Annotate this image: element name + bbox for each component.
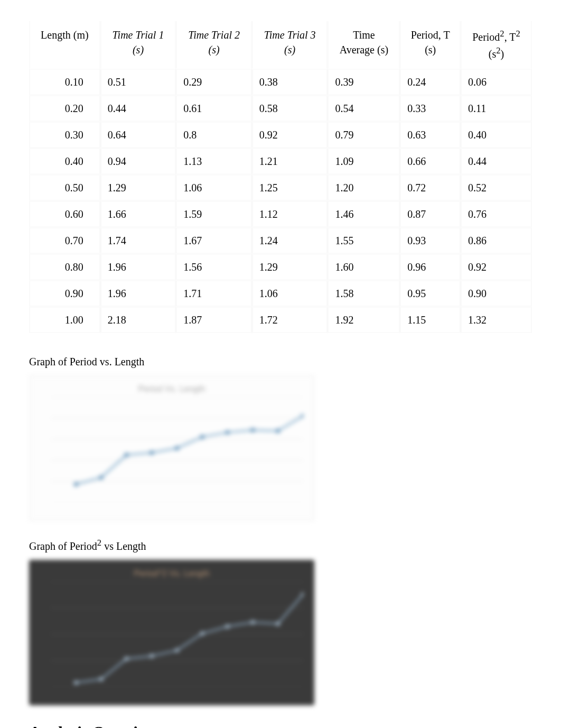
header-trial3: Time Trial 3 (s) (252, 21, 328, 69)
svg-point-24 (149, 654, 154, 658)
svg-point-29 (276, 622, 280, 626)
table-cell: 0.92 (461, 254, 532, 280)
table-body: 0.100.510.290.380.390.240.060.200.440.61… (29, 69, 532, 333)
table-cell: 0.94 (100, 148, 176, 174)
svg-point-21 (74, 680, 78, 685)
header-trial1-label: Time Trial 1 (113, 29, 164, 41)
table-cell: 1.67 (176, 227, 252, 254)
table-cell: 0.95 (400, 280, 461, 307)
table-cell: 1.59 (176, 201, 252, 227)
header-trial2-label: Time Trial 2 (188, 29, 240, 41)
table-cell: 1.06 (252, 280, 328, 307)
table-cell: 1.21 (252, 148, 328, 174)
table-cell: 0.29 (176, 69, 252, 95)
table-row: 0.100.510.290.380.390.240.06 (29, 69, 532, 95)
header-avg: Time Average (s) (328, 21, 400, 69)
table-cell: 0.86 (461, 227, 532, 254)
table-cell: 1.92 (328, 307, 400, 333)
header-trial3-label: Time Trial 3 (264, 29, 316, 41)
table-header: Length (m) Time Trial 1 (s) Time Trial 2… (29, 21, 532, 69)
table-cell: 0.33 (400, 95, 461, 122)
graph2-label-prefix: Graph of Period (29, 540, 97, 552)
header-length-label: Length (m) (41, 29, 89, 41)
table-cell: 0.50 (29, 174, 100, 201)
table-cell: 1.25 (252, 174, 328, 201)
table-cell: 1.29 (100, 174, 176, 201)
table-cell: 0.60 (29, 201, 100, 227)
svg-point-7 (99, 476, 104, 480)
table-row: 1.002.181.871.721.921.151.32 (29, 307, 532, 333)
svg-point-8 (124, 453, 128, 457)
table-cell: 0.76 (461, 201, 532, 227)
table-cell: 1.60 (328, 254, 400, 280)
header-period2-unit: (s2) (466, 44, 527, 61)
table-cell: 1.46 (328, 201, 400, 227)
svg-point-22 (99, 677, 104, 681)
graph1-blur-title: Period Vs. Length (30, 383, 314, 395)
table-cell: 1.96 (100, 254, 176, 280)
table-cell: 0.30 (29, 122, 100, 148)
table-cell: 1.24 (252, 227, 328, 254)
table-cell: 0.40 (29, 148, 100, 174)
table-cell: 1.09 (328, 148, 400, 174)
header-trial2: Time Trial 2 (s) (176, 21, 252, 69)
svg-point-26 (200, 631, 204, 635)
table-cell: 1.87 (176, 307, 252, 333)
header-trial1: Time Trial 1 (s) (100, 21, 176, 69)
header-period: Period, T (s) (400, 21, 461, 69)
table-row: 0.801.961.561.291.600.960.92 (29, 254, 532, 280)
table-cell: 0.54 (328, 95, 400, 122)
table-cell: 0.11 (461, 95, 532, 122)
table-cell: 1.06 (176, 174, 252, 201)
table-cell: 0.79 (328, 122, 400, 148)
graph2-blur-title: Period^2 Vs. Length (30, 568, 314, 579)
svg-point-12 (226, 430, 230, 435)
table-cell: 1.55 (328, 227, 400, 254)
table-cell: 0.66 (400, 148, 461, 174)
table-cell: 1.71 (176, 280, 252, 307)
header-period2-label: Period2, T2 (472, 31, 520, 43)
table-cell: 0.40 (461, 122, 532, 148)
header-period-unit: (s) (405, 42, 455, 57)
graph2-label-suffix: vs Length (101, 540, 146, 552)
svg-point-9 (149, 451, 154, 455)
header-avg-unit: Average (s) (333, 42, 395, 57)
table-cell: 0.39 (328, 69, 400, 95)
table-cell: 1.20 (328, 174, 400, 201)
table-row: 0.300.640.80.920.790.630.40 (29, 122, 532, 148)
svg-point-25 (175, 648, 179, 652)
table-cell: 0.93 (400, 227, 461, 254)
table-row: 0.400.941.131.211.090.660.44 (29, 148, 532, 174)
graph2-label: Graph of Period2 vs Length (29, 537, 532, 554)
table-cell: 0.63 (400, 122, 461, 148)
table-row: 0.601.661.591.121.460.870.76 (29, 201, 532, 227)
header-length: Length (m) (29, 21, 100, 69)
table-cell: 0.64 (100, 122, 176, 148)
analysis-questions-heading: Analysis Questions (29, 721, 532, 728)
table-cell: 1.72 (252, 307, 328, 333)
header-period-label: Period, T (411, 29, 450, 41)
table-cell: 0.92 (252, 122, 328, 148)
graph2-svg (51, 582, 303, 687)
table-cell: 0.06 (461, 69, 532, 95)
table-cell: 0.10 (29, 69, 100, 95)
svg-point-11 (200, 435, 204, 439)
table-cell: 0.87 (400, 201, 461, 227)
table-cell: 0.38 (252, 69, 328, 95)
table-cell: 0.61 (176, 95, 252, 122)
graph-period-vs-length: Period Vs. Length (29, 375, 314, 521)
table-cell: 0.80 (29, 254, 100, 280)
table-cell: 0.70 (29, 227, 100, 254)
table-cell: 0.51 (100, 69, 176, 95)
table-cell: 1.96 (100, 280, 176, 307)
header-avg-label: Time (353, 29, 375, 41)
svg-point-10 (175, 446, 179, 450)
svg-point-23 (124, 657, 128, 661)
table-cell: 1.56 (176, 254, 252, 280)
table-cell: 1.12 (252, 201, 328, 227)
table-cell: 0.72 (400, 174, 461, 201)
table-cell: 1.15 (400, 307, 461, 333)
svg-point-28 (250, 620, 255, 624)
table-row: 0.200.440.610.580.540.330.11 (29, 95, 532, 122)
table-cell: 0.52 (461, 174, 532, 201)
